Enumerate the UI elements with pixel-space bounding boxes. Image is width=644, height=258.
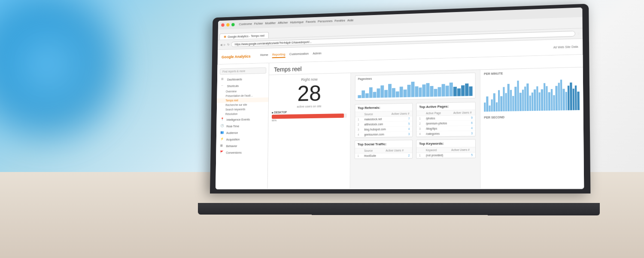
maximize-dot[interactable] [231,23,234,26]
sidebar-item-intelligence[interactable]: 📍 Intelligence Events [216,116,268,123]
menu-item-historique[interactable]: Historique [290,20,304,25]
sidebar-item-acquisition[interactable]: ⚡ Acquisition [216,135,268,143]
menu-item-fenetre[interactable]: Fenêtre [334,18,345,23]
clock-icon: 🕐 [220,124,224,129]
row-num: 1 [416,116,423,121]
row-count: 5 [449,152,475,158]
chart-bar [534,89,536,111]
chart-bar [399,86,403,97]
chart-bar [484,102,486,111]
menu-item-afficher[interactable]: Afficher [278,21,288,25]
sidebar-item-audience[interactable]: 👥 Audience [216,129,268,136]
realtime-right: Pageviews Top Referrals: [350,70,480,189]
row-num: 3 [355,127,361,132]
pin-icon: 📍 [221,117,225,122]
nav-tab-admin[interactable]: Admin [313,51,321,57]
chart-bar [395,92,399,98]
sidebar-realtime-label: Real-Time [226,125,239,128]
chart-bar [529,95,531,111]
top-keywords-title: Top Keywords: [416,139,475,147]
chart-bar [369,87,373,98]
pages-col-num [416,111,423,116]
chart-bar [407,85,410,97]
social-col-source: Source [361,148,383,154]
chart-bar [517,81,519,111]
bookmark-star[interactable]: ☆ [577,32,580,35]
menu-item-controme[interactable]: Controme [239,22,252,26]
menu-item-personnes[interactable]: Personnes [318,19,332,24]
chart-bar [469,86,472,96]
pageviews-chart [355,78,475,98]
chart-bar [577,92,580,110]
row-key: /categories [423,131,451,136]
chart-bar [384,90,388,98]
table-row: 1(not provided)5 [416,152,475,158]
chart-bar [442,84,445,96]
chart-bar [411,82,414,97]
row-key: /premium-photos [423,120,451,126]
laptop-base [198,203,600,215]
chart-bar [522,89,524,111]
chart-bar [373,92,376,98]
chart-bar [496,102,498,111]
menu-item-fichier[interactable]: Fichier [254,22,263,25]
chart-bar [536,86,538,111]
chart-bar [512,96,514,111]
chart-bar [392,88,395,98]
pageviews-chart-area: Pageviews [355,73,476,101]
top-social-title: Top Social Traffic: [355,140,412,148]
row-key: /blog/tips [423,126,451,131]
minimize-dot[interactable] [226,23,229,27]
screen-bezel: Controme Fichier Modifier Afficher Histo… [216,7,584,189]
nav-forward[interactable]: ▶ [224,43,226,46]
row-count: 7 [389,116,413,122]
kw-col-num [416,148,423,153]
chart-bar [565,92,567,111]
chart-bar [563,89,565,111]
row-count: 3 [389,132,413,137]
sidebar-conversions-label: Conversions [226,151,241,154]
nav-refresh[interactable]: ↻ [227,43,230,46]
chart-bar [446,86,449,96]
rpanel-per-minute-label: Per minute [484,70,579,75]
nav-tab-home[interactable]: Home [260,53,268,58]
rpanel-chart [484,75,580,112]
sidebar-search-input[interactable]: Find reports & more [220,68,267,75]
audience-icon: 👥 [220,131,224,135]
chart-bar [415,86,418,97]
chart-bar [519,93,522,111]
row-count: 2 [383,153,412,158]
close-dot[interactable] [221,23,224,27]
chart-bar [551,89,553,111]
chart-bar [546,86,548,111]
nav-back[interactable]: ◀ [220,43,222,46]
sidebar-item-behavior[interactable]: ▦ Behavior [216,142,267,150]
chart-bar [556,86,558,111]
chart-bar [461,85,465,96]
menu-item-favoris[interactable]: Favoris [306,20,316,24]
sidebar-item-realtime[interactable]: 🕐 Real-Time [216,122,268,129]
menu-item-modifier[interactable]: Modifier [265,21,276,25]
chart-bar [510,90,512,111]
decorative-orb [0,0,129,155]
nav-tab-customization[interactable]: Customization [289,52,309,58]
chart-bar [575,86,577,110]
account-selector[interactable]: All Web Site Data [553,45,578,49]
chart-bar [572,89,574,110]
sidebar-item-conversions[interactable]: 🚩 Conversions [216,149,267,156]
kw-col-users: Active Users # [449,147,475,153]
chart-bar [430,86,434,97]
chart-bar [365,93,369,98]
chart-bar [450,83,453,96]
row-num: 4 [416,131,423,136]
device-bar-section: ■ DESKTOP 96% [272,110,347,122]
chart-bar [380,85,384,98]
row-key: (not provided) [423,153,449,158]
menu-item-aide[interactable]: Aide [347,18,354,22]
chart-bar [558,83,560,110]
referrals-col-source: Source [362,111,389,117]
nav-tab-reporting[interactable]: Reporting [272,52,286,58]
chart-bar [465,83,468,96]
chart-bar [486,96,489,111]
grid-icon: ⊞ [221,77,225,82]
